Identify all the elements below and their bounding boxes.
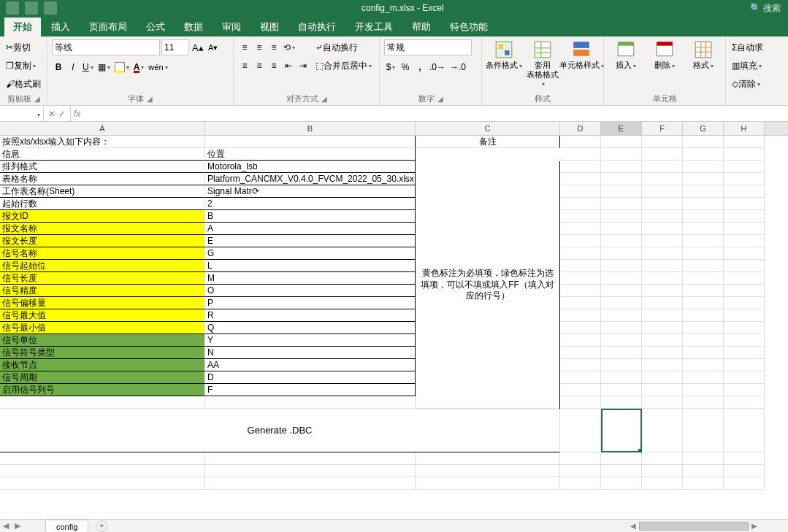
cell[interactable] [205,136,416,148]
cell[interactable] [683,161,724,173]
cell[interactable] [642,260,683,272]
autosum-button[interactable]: Σ 自动求 [730,40,765,55]
cell[interactable] [601,322,642,334]
cell[interactable] [601,235,642,247]
cell[interactable] [601,334,642,347]
cell[interactable] [601,198,642,210]
cell[interactable] [0,465,205,477]
cell[interactable] [601,272,642,285]
cell[interactable] [560,272,601,285]
cell[interactable] [560,465,601,477]
cell[interactable] [683,384,724,396]
cell[interactable] [683,247,724,260]
cell[interactable] [683,297,724,309]
cell[interactable] [601,223,642,235]
cell[interactable]: 信号最小值 [0,322,205,334]
add-sheet-button[interactable]: + [96,520,107,532]
cancel-formula-icon[interactable]: ✕ [48,109,56,119]
cell[interactable] [724,384,765,396]
cell[interactable]: Motorola_lsb [205,161,416,173]
col-header-c[interactable]: C [416,122,560,135]
cell[interactable]: 起始行数 [0,198,205,210]
cell[interactable] [724,359,765,371]
cell[interactable] [683,309,724,322]
cell[interactable] [560,297,601,309]
cell[interactable]: 启用信号列号 [0,384,205,396]
cell[interactable]: 信号最大值 [0,309,205,322]
cell[interactable] [601,477,642,490]
cell[interactable] [601,309,642,322]
cell[interactable] [560,198,601,210]
cell[interactable]: R [205,309,416,322]
cell[interactable] [683,409,724,452]
cell[interactable] [560,185,601,198]
cell[interactable] [601,210,642,223]
formula-input[interactable]: fx [71,106,788,121]
font-name-select[interactable] [52,39,160,55]
alignment-launcher-icon[interactable]: ◢ [321,95,327,103]
cell[interactable] [683,347,724,359]
cell[interactable] [560,136,601,148]
cell[interactable] [601,136,642,148]
cell[interactable]: 位置 [205,148,416,161]
cell[interactable] [724,371,765,384]
save-icon[interactable] [25,1,38,15]
cell[interactable] [560,334,601,347]
tab-insert[interactable]: 插入 [42,18,79,36]
tab-home[interactable]: 开始 [4,18,41,36]
cell[interactable] [642,173,683,185]
cell[interactable] [642,465,683,477]
align-left-icon[interactable]: ≡ [238,58,251,73]
cell[interactable]: M [205,272,416,285]
cell[interactable] [724,247,765,260]
number-format-select[interactable] [384,39,472,55]
cell[interactable] [601,285,642,297]
fill-button[interactable]: ▥ 填充 [730,58,763,73]
cell[interactable] [683,148,724,161]
currency-icon[interactable]: $ [384,60,397,74]
cell[interactable] [601,297,642,309]
cell[interactable] [724,260,765,272]
cell[interactable] [683,371,724,384]
bold-button[interactable]: B [52,60,65,74]
cell[interactable] [560,223,601,235]
tab-view[interactable]: 视图 [251,18,288,36]
tab-nav-prev-icon[interactable]: ◀ [0,521,12,531]
cell[interactable] [683,359,724,371]
cell[interactable] [642,409,683,452]
cell[interactable] [601,384,642,396]
col-header-f[interactable]: F [642,122,683,135]
tab-review[interactable]: 审阅 [213,18,250,36]
cell[interactable] [601,452,642,465]
sheet-tab-config[interactable]: config [45,520,88,533]
cell[interactable] [724,477,765,490]
cell[interactable]: Y [205,334,416,347]
scroll-right-icon[interactable]: ▶ [750,522,759,530]
search-box[interactable]: 🔍 搜索 [743,2,788,15]
cell[interactable] [205,396,416,409]
col-header-h[interactable]: H [724,122,765,135]
col-header-g[interactable]: G [683,122,724,135]
cut-button[interactable]: ✂ 剪切 [4,40,32,55]
cell[interactable] [642,334,683,347]
cell[interactable] [0,477,205,490]
cell[interactable] [724,185,765,198]
number-launcher-icon[interactable]: ◢ [437,95,443,103]
autosave-toggle[interactable] [6,1,19,15]
cell[interactable]: O [205,285,416,297]
cell[interactable] [683,260,724,272]
cell[interactable]: 表格名称 [0,173,205,185]
conditional-format-button[interactable]: 条件格式 [486,39,521,70]
cell[interactable] [642,198,683,210]
cell[interactable] [560,384,601,396]
cell[interactable] [724,409,765,452]
undo-icon[interactable] [44,1,57,15]
cell[interactable] [560,309,601,322]
cell[interactable] [642,136,683,148]
cell[interactable] [560,173,601,185]
cell[interactable] [642,148,683,161]
indent-increase-icon[interactable]: ⇥ [297,58,310,73]
cell[interactable]: E [205,235,416,247]
cell[interactable] [642,161,683,173]
cell[interactable] [601,465,642,477]
